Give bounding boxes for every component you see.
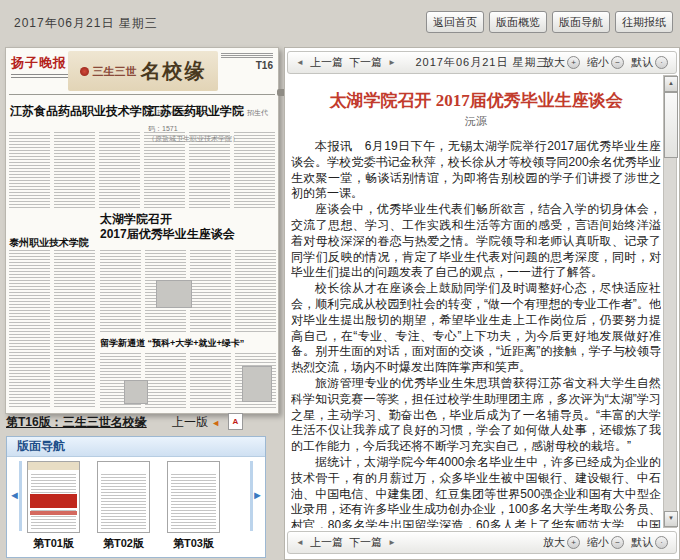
- home-button[interactable]: 返回首页: [426, 11, 484, 33]
- article-photo: [124, 380, 148, 404]
- reader-toolbar-bottom: ◄ 上一篇 下一篇 ► 放大+ 缩小− 默认·: [287, 531, 677, 554]
- headline-sub[interactable]: 留学新通道 “预科+大学+就业+绿卡”: [100, 337, 276, 350]
- board-thumb-label[interactable]: 第T01版: [27, 536, 80, 551]
- issue-date: 2017年06月21日 星期三: [14, 15, 158, 32]
- pdf-icon[interactable]: A: [228, 413, 243, 430]
- article-nav-group: ◄ 上一篇 下一篇 ►: [296, 52, 396, 73]
- board-thumb-image-t01: [27, 461, 80, 533]
- selected-article-headline-line1: 太湖学院召开: [100, 212, 276, 227]
- zoom-out-icon: −: [611, 56, 624, 69]
- masthead-info-lines: [11, 74, 71, 80]
- headline-left-mid[interactable]: 泰州职业技术学院: [9, 236, 97, 250]
- headline-right-top[interactable]: 江苏医药职业学院招生代码：1571 （原盐城卫生职业技术学院）: [148, 103, 278, 134]
- newspaper-page-image[interactable]: 扬子晚报 三生三世 名校缘 T16 江苏食品药品职业技术学院招生代码：1951 …: [5, 47, 279, 414]
- prev-article-button[interactable]: 上一篇: [310, 535, 343, 550]
- masthead-logo-text: 扬子晚报: [11, 54, 71, 72]
- scroll-up-icon[interactable]: ▲: [664, 76, 678, 92]
- zoom-reset-icon: ·: [655, 56, 668, 69]
- past-issues-button[interactable]: 往期报纸: [615, 11, 673, 33]
- previous-page-label: 上一版: [172, 415, 208, 429]
- zoom-out-button[interactable]: 缩小−: [587, 535, 624, 550]
- text-column: [54, 250, 95, 408]
- masthead-corner: T16: [221, 53, 273, 71]
- zoom-in-icon: +: [567, 56, 580, 69]
- text-column: [99, 132, 140, 208]
- flower-icon: [80, 67, 89, 76]
- board-thumb-t03[interactable]: 第T03版: [167, 461, 220, 551]
- page-overview-button[interactable]: 版面概览: [489, 11, 547, 33]
- page-navigation-button[interactable]: 版面导航: [552, 11, 610, 33]
- scroll-down-icon[interactable]: ▼: [664, 511, 678, 527]
- board-thumb-t02[interactable]: 第T02版: [97, 461, 150, 551]
- article-scrollbar[interactable]: ▲ ▼: [663, 75, 677, 528]
- prev-page-icon: ◄: [211, 418, 220, 428]
- next-article-button[interactable]: 下一篇: [349, 535, 382, 550]
- zoom-reset-button[interactable]: 默认·: [631, 55, 668, 70]
- headline-left-top-text: 江苏食品药品职业技术学院: [10, 104, 154, 118]
- article-paragraph: 旅游管理专业的优秀毕业生朱思琪曾获得江苏省文科大学生自然科学知识竞赛一等奖，担任…: [291, 376, 661, 455]
- text-column: [145, 353, 186, 409]
- next-article-button[interactable]: 下一篇: [349, 55, 382, 70]
- selected-article-headline-line2: 2017届优秀毕业生座谈会: [100, 227, 276, 242]
- masthead-rule: [9, 94, 275, 95]
- zoom-group: 放大+ 缩小− 默认·: [543, 52, 668, 73]
- zoom-in-button[interactable]: 放大+: [543, 535, 580, 550]
- current-page-line: 第T16版：三生三世名校缘 上一版 ◄ A: [6, 414, 278, 432]
- prev-article-button[interactable]: 上一篇: [310, 55, 343, 70]
- zoom-in-icon: +: [567, 536, 580, 549]
- text-column: [144, 132, 185, 208]
- article-paragraph: 本报讯 6月19日下午，无锡太湖学院举行2017届优秀毕业生座谈会。学校党委书记…: [291, 139, 661, 202]
- board-navigation-panel: 版面导航 ◄ 第T01版 第T02版: [6, 436, 266, 558]
- text-column: [189, 132, 230, 208]
- zoom-in-label: 放大: [543, 55, 565, 70]
- zoom-in-button[interactable]: 放大+: [543, 55, 580, 70]
- special-edition-banner: 三生三世 名校缘: [68, 51, 218, 91]
- text-column: [54, 132, 95, 208]
- selected-article-headline[interactable]: 太湖学院召开 2017届优秀毕业生座谈会: [100, 212, 276, 242]
- board-thumb-t01[interactable]: 第T01版: [27, 461, 80, 551]
- board-thumb-image-t03: [167, 461, 220, 533]
- zoom-reset-label: 默认: [631, 535, 653, 550]
- zoom-reset-button[interactable]: 默认·: [631, 535, 668, 550]
- board-navigation-title: 版面导航: [7, 437, 265, 457]
- board-thumb-image-t02: [97, 461, 150, 533]
- thumb-ad-band: [30, 494, 77, 508]
- text-column: [235, 250, 276, 332]
- zoom-reset-label: 默认: [631, 55, 653, 70]
- article-nav-group: ◄ 上一篇 下一篇 ►: [296, 532, 396, 553]
- scrollbar-thumb[interactable]: [664, 92, 678, 158]
- article-photo: [242, 366, 272, 402]
- previous-page-link[interactable]: 上一版 ◄: [172, 414, 220, 431]
- zoom-out-label: 缩小: [587, 535, 609, 550]
- zoom-reset-icon: ·: [655, 536, 668, 549]
- article-paragraph: 校长徐从才在座谈会上鼓励同学们及时调整好心态，尽快适应社会，顺利完成从校园到社会…: [291, 281, 661, 376]
- top-button-group: 返回首页 版面概览 版面导航 往期报纸: [426, 11, 673, 33]
- zoom-out-icon: −: [611, 536, 624, 549]
- banner-small-text: 三生三世: [93, 64, 137, 79]
- top-bar: 2017年06月21日 星期三 返回首页 版面概览 版面导航 往期报纸: [0, 0, 680, 44]
- zoom-out-label: 缩小: [587, 55, 609, 70]
- zoom-out-button[interactable]: 缩小−: [587, 55, 624, 70]
- text-column: [9, 250, 50, 408]
- current-page-link[interactable]: 第T16版：三生三世名校缘: [6, 414, 147, 431]
- prev-article-icon: ◄: [296, 538, 304, 547]
- board-thumbnails: 第T01版 第T02版 第T03版: [27, 461, 220, 551]
- newsprint-columns: [9, 132, 275, 208]
- article-body: 太湖学院召开 2017届优秀毕业生座谈会 沅源 本报讯 6月19日下午，无锡太湖…: [291, 76, 661, 528]
- zoom-group: 放大+ 缩小− 默认·: [543, 532, 668, 553]
- newsprint-columns: [9, 250, 95, 408]
- banner-large-text: 名校缘: [141, 58, 207, 85]
- text-column: [100, 250, 141, 332]
- board-thumb-label[interactable]: 第T03版: [167, 536, 220, 551]
- board-next-arrow-icon[interactable]: ►: [252, 489, 263, 501]
- zoom-in-label: 放大: [543, 535, 565, 550]
- thumb-text: [101, 474, 146, 529]
- text-column: [190, 353, 231, 409]
- thumb-text: [171, 474, 216, 529]
- board-thumb-label[interactable]: 第T02版: [97, 536, 150, 551]
- next-article-icon: ►: [388, 538, 396, 547]
- text-column: [190, 250, 231, 332]
- reader-toolbar-top: ◄ 上一篇 下一篇 ► 2017年06月21日 星期三 放大+ 缩小− 默认·: [287, 51, 677, 74]
- board-rail-left: [19, 461, 22, 531]
- headline-right-top-text: 江苏医药职业学院: [148, 104, 244, 118]
